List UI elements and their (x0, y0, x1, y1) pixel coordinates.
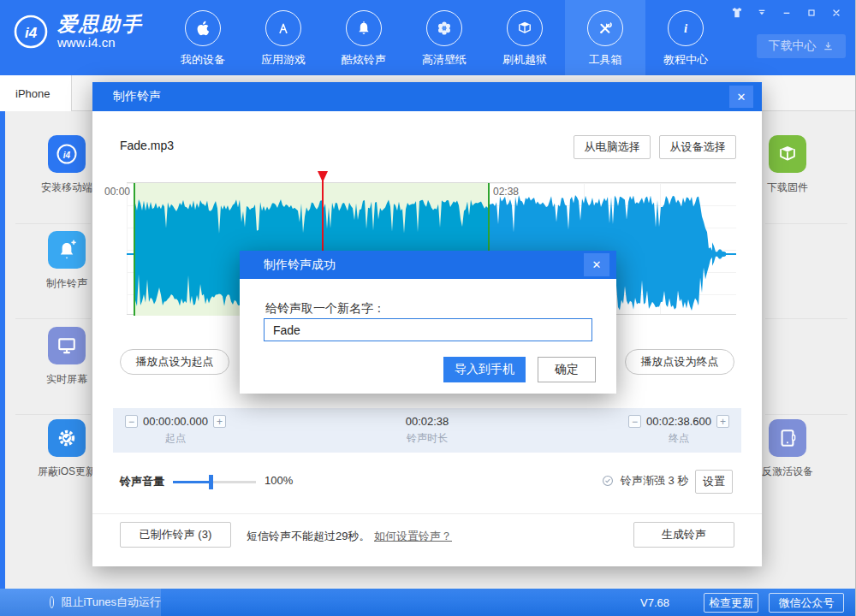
check-circle-icon (601, 474, 615, 488)
end-time-cell: − 00:02:38.600 + 终点 (628, 415, 729, 446)
apple-icon (185, 10, 221, 46)
start-plus-button[interactable]: + (213, 415, 226, 428)
skin-button[interactable] (728, 5, 746, 21)
duration-value: 00:02:38 (406, 415, 449, 428)
end-plus-button[interactable]: + (716, 415, 729, 428)
fade-settings-button[interactable]: 设置 (695, 470, 733, 494)
success-dialog-title: 制作铃声成功 (264, 258, 336, 273)
nav-flash-jailbreak[interactable]: 刷机越狱 (484, 0, 565, 75)
wave-start-time: 00:00 (104, 186, 130, 198)
download-center-button[interactable]: 下载中心 (757, 34, 846, 58)
window-left-accent (0, 111, 5, 589)
svg-text:i4: i4 (63, 151, 71, 160)
collapse-button[interactable] (752, 5, 771, 21)
nav-ringtones[interactable]: 酷炫铃声 (324, 0, 404, 75)
divider (15, 223, 91, 224)
gear-icon (48, 419, 86, 457)
success-dialog-header[interactable]: 制作铃声成功 ✕ (240, 251, 616, 279)
skin-icon (729, 6, 745, 20)
close-success-dialog-button[interactable]: ✕ (584, 253, 609, 276)
set-playpoint-as-end-button[interactable]: 播放点设为终点 (625, 349, 734, 375)
version-label: V7.68 (640, 596, 669, 609)
nav-tutorials[interactable]: i 教程中心 (645, 0, 726, 75)
volume-label: 铃声音量 (120, 474, 164, 489)
ok-button[interactable]: 确定 (538, 357, 596, 382)
nav-label: 教程中心 (663, 52, 708, 68)
radio-unchecked-icon (50, 596, 54, 608)
start-time-label: 起点 (165, 431, 186, 446)
close-icon (829, 6, 843, 20)
fade-in-setting[interactable]: 铃声渐强 3 秒 (601, 473, 688, 489)
generate-ringtone-button[interactable]: 生成铃声 (633, 522, 734, 548)
minimize-icon (780, 6, 794, 20)
nav-label: 我的设备 (181, 52, 225, 68)
set-playpoint-as-start-button[interactable]: 播放点设为起点 (120, 349, 229, 375)
end-minus-button[interactable]: − (628, 415, 641, 428)
close-window-button[interactable] (827, 5, 846, 21)
nav-wallpapers[interactable]: 高清壁纸 (404, 0, 484, 75)
download-icon (822, 40, 835, 53)
dialog-header[interactable]: 制作铃声 ✕ (92, 82, 762, 111)
divider (765, 318, 847, 319)
success-dialog: 制作铃声成功 ✕ 给铃声取一个新名字： 导入到手机 确定 (240, 251, 616, 394)
close-dialog-button[interactable]: ✕ (729, 86, 753, 108)
select-from-pc-button[interactable]: 从电脑选择 (574, 135, 651, 159)
nav-label: 高清壁纸 (422, 52, 467, 68)
nav-label: 应用游戏 (261, 52, 306, 68)
window-controls (728, 5, 846, 21)
close-icon: ✕ (737, 91, 746, 104)
select-from-device-button[interactable]: 从设备选择 (659, 135, 736, 159)
start-minus-button[interactable]: − (125, 415, 138, 428)
tab-iphone[interactable]: iPhone (0, 75, 72, 111)
divider (15, 318, 91, 319)
end-time-label: 终点 (669, 431, 689, 446)
bell-plus-icon (48, 231, 86, 269)
monitor-icon (48, 327, 86, 364)
duration-label: 铃声时长 (407, 431, 448, 446)
nav-apps-games[interactable]: 应用游戏 (243, 0, 324, 75)
bell-icon (346, 10, 382, 46)
maximize-button[interactable] (802, 5, 821, 21)
block-itunes-label: 阻止iTunes自动运行 (61, 595, 161, 610)
close-icon: ✕ (592, 258, 602, 271)
main-nav: 我的设备 应用游戏 酷炫铃声 高清壁纸 (163, 0, 726, 75)
divider (92, 513, 762, 514)
sms-ringtone-hint: 短信铃声不能超过29秒。 (247, 529, 370, 544)
tutorial-info-icon: i (668, 10, 704, 46)
brand-name: 爱思助手 (57, 13, 143, 35)
ringtone-name-input[interactable] (264, 318, 592, 341)
end-time-value: 00:02:38.600 (646, 415, 711, 428)
maximize-icon (805, 6, 818, 20)
audio-file-name: Fade.mp3 (120, 139, 174, 152)
collapse-icon (755, 6, 769, 20)
wave-end-time: 02:38 (493, 186, 519, 198)
brand-logo: i4 爱思助手 www.i4.cn (12, 13, 143, 50)
check-update-button[interactable]: 检查更新 (704, 593, 758, 613)
volume-slider-handle[interactable] (209, 475, 213, 489)
appstore-icon (265, 10, 301, 46)
start-marker-line[interactable] (134, 183, 135, 316)
rename-prompt: 给铃声取一个新名字： (265, 301, 385, 317)
dialog-title: 制作铃声 (113, 89, 161, 104)
minimize-button[interactable] (777, 5, 796, 21)
start-time-cell: − 00:00:00.000 + 起点 (125, 415, 226, 446)
i4-app-icon: i4 (48, 135, 86, 173)
firmware-cube-icon (769, 135, 806, 173)
block-itunes-toggle[interactable]: 阻止iTunes自动运行 (0, 589, 161, 616)
nav-toolbox[interactable]: 工具箱 (565, 0, 645, 75)
wechat-official-button[interactable]: 微信公众号 (769, 593, 844, 613)
import-to-phone-button[interactable]: 导入到手机 (443, 357, 526, 382)
how-to-set-ringtone-link[interactable]: 如何设置铃声？ (374, 529, 452, 544)
nav-my-device[interactable]: 我的设备 (163, 0, 243, 75)
jailbreak-box-icon (507, 10, 543, 46)
svg-text:i: i (684, 21, 687, 35)
status-bar: 阻止iTunes自动运行 V7.68 检查更新 微信公众号 (0, 589, 856, 616)
start-time-value: 00:00:00.000 (143, 415, 208, 428)
svg-text:i4: i4 (25, 25, 38, 41)
made-ringtones-button[interactable]: 已制作铃声 (3) (120, 522, 231, 548)
divider (765, 223, 847, 224)
divider (15, 414, 91, 415)
nav-label: 刷机越狱 (502, 52, 547, 68)
brand-site: www.i4.cn (57, 35, 143, 50)
volume-slider-track[interactable] (173, 481, 256, 483)
